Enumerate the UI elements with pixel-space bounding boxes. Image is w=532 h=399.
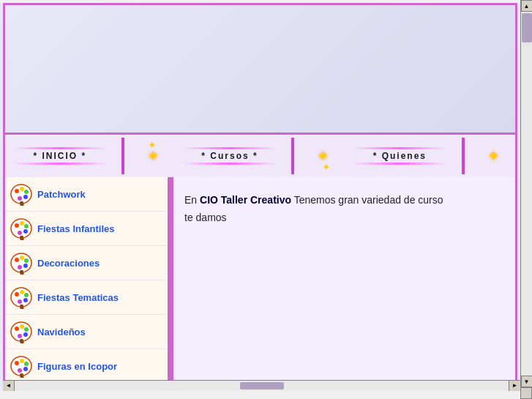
palette-svg-3 (10, 251, 33, 275)
up-arrow-icon: ▲ (524, 3, 530, 10)
palette-icon-1 (10, 182, 33, 206)
sidebar-item-decoraciones[interactable]: Decoraciones (5, 246, 168, 280)
sidebar-label-patchwork[interactable]: Patchwork (37, 189, 86, 200)
nav-divider-1 (121, 138, 124, 174)
nav-label-quienes: * Quienes (373, 151, 427, 161)
svg-point-31 (24, 327, 29, 332)
main-text: En CIO Taller Creativo Tenemos gran vari… (184, 192, 504, 227)
nav-divider-3 (462, 138, 465, 174)
page-wrapper: * INICIO * ✦ ✦ * Cursos * ✦ ✦ (0, 3, 520, 390)
svg-point-33 (18, 334, 22, 338)
svg-point-32 (23, 332, 28, 337)
sidebar-label-decoraciones[interactable]: Decoraciones (37, 258, 100, 269)
svg-point-4 (23, 195, 28, 199)
nav-top-line-3 (352, 147, 447, 149)
sidebar-label-fiestas-infantiles[interactable]: Fiestas Infantiles (37, 223, 114, 234)
palette-icon-3 (10, 251, 33, 275)
banner-content (5, 5, 515, 133)
text-tenemos: Tenemos gran variedad de curso (291, 194, 443, 206)
h-scroll-track[interactable] (15, 381, 509, 391)
sidebar-item-fiestas-tematicas[interactable]: Fiestas Tematicas (5, 280, 168, 315)
scroll-right-btn[interactable]: ► (509, 381, 520, 391)
star-icon-3: ✦ (487, 147, 500, 165)
svg-point-9 (20, 221, 24, 225)
sidebar-item-patchwork[interactable]: Patchwork (5, 177, 168, 212)
nav-top-line (12, 147, 108, 149)
svg-point-16 (20, 256, 24, 260)
svg-point-22 (15, 292, 19, 297)
palette-svg-4 (10, 286, 33, 309)
svg-point-17 (24, 258, 29, 263)
svg-point-37 (20, 359, 24, 363)
svg-point-26 (18, 299, 22, 304)
svg-point-5 (18, 196, 22, 201)
nav-divider-2 (291, 138, 294, 174)
sidebar-item-figuras-icopor[interactable]: Figuras en Icopor (5, 349, 168, 384)
nav-bar: * INICIO * ✦ ✦ * Cursos * ✦ ✦ (3, 135, 517, 177)
sidebar-label-fiestas-tematicas[interactable]: Fiestas Tematicas (37, 292, 119, 303)
palette-svg-5 (10, 320, 33, 343)
bottom-scrollbar[interactable]: ◄ ► (3, 380, 520, 390)
svg-point-11 (23, 229, 28, 234)
nav-star-1: ✦ ✦ (139, 138, 168, 174)
svg-point-12 (18, 231, 22, 235)
nav-item-cursos[interactable]: * Cursos * (182, 147, 277, 165)
palette-icon-6 (10, 354, 33, 378)
svg-point-40 (18, 368, 22, 373)
nav-menu-row-2: * Cursos * (201, 151, 258, 161)
left-sidebar: Patchwork Fiestas Infantiles (3, 177, 170, 387)
sidebar-item-navidenos[interactable]: Navideños (5, 315, 168, 349)
top-banner (3, 3, 517, 135)
svg-point-24 (24, 293, 29, 297)
scroll-left-btn[interactable]: ◄ (3, 381, 15, 391)
svg-point-10 (24, 224, 29, 228)
svg-point-2 (20, 187, 24, 191)
nav-menu-row: * INICIO * (33, 151, 86, 161)
palette-svg-6 (10, 354, 33, 378)
palette-svg-1 (10, 182, 33, 206)
palette-icon-5 (10, 320, 33, 343)
svg-point-18 (23, 264, 28, 268)
nav-star-2: ✦ ✦ (309, 138, 338, 174)
svg-point-36 (15, 361, 19, 365)
svg-point-38 (24, 362, 29, 366)
right-arrow-icon: ► (512, 382, 518, 389)
svg-point-19 (18, 265, 22, 269)
scrollbar-corner (520, 387, 532, 399)
svg-point-25 (23, 298, 28, 302)
right-scrollbar[interactable]: ▲ ▼ (520, 0, 532, 387)
nav-bottom-line-3 (352, 163, 447, 165)
svg-point-30 (20, 324, 24, 329)
brand-name: CIO Taller Creativo (200, 194, 291, 206)
svg-point-3 (24, 190, 29, 194)
nav-bottom-line-2 (182, 163, 277, 165)
palette-svg-2 (10, 217, 33, 240)
nav-item-inicio[interactable]: * INICIO * (12, 147, 108, 165)
text-damos: te damos (184, 212, 227, 223)
star-sub-1: ✦ (148, 139, 157, 151)
palette-icon-4 (10, 286, 33, 309)
text-en: En (184, 194, 200, 206)
svg-point-39 (23, 367, 28, 371)
v-scroll-thumb[interactable] (522, 13, 532, 42)
nav-top-line-2 (182, 147, 277, 149)
nav-label-inicio: * INICIO * (33, 151, 86, 161)
sidebar-label-navidenos[interactable]: Navideños (37, 327, 86, 338)
sidebar-item-fiestas-infantiles[interactable]: Fiestas Infantiles (5, 212, 168, 246)
svg-point-29 (15, 327, 19, 331)
down-arrow-icon: ▼ (524, 379, 530, 385)
h-scroll-thumb[interactable] (240, 382, 284, 389)
star-sub-2: ✦ (322, 161, 331, 173)
svg-point-8 (15, 223, 19, 228)
svg-point-23 (20, 290, 24, 294)
scroll-up-btn[interactable]: ▲ (521, 0, 533, 12)
palette-icon-2 (10, 217, 33, 240)
v-scroll-track[interactable] (521, 12, 533, 376)
scroll-down-btn[interactable]: ▼ (521, 376, 533, 387)
sidebar-label-figuras-icopor[interactable]: Figuras en Icopor (37, 361, 117, 372)
nav-label-cursos: * Cursos * (201, 151, 258, 161)
nav-bottom-line (12, 163, 108, 165)
left-arrow-icon: ◄ (6, 382, 12, 389)
nav-item-quienes[interactable]: * Quienes (352, 147, 447, 165)
svg-point-1 (15, 189, 19, 193)
